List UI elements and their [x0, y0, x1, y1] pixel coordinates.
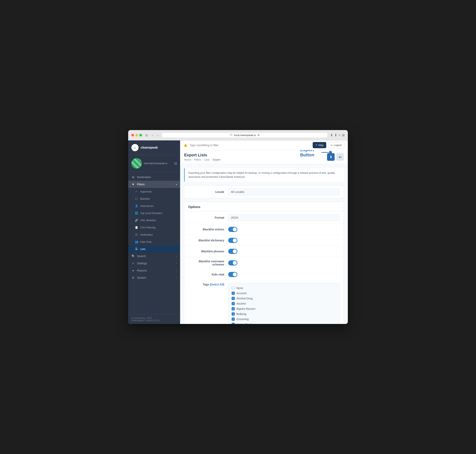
- tag-checkbox-none[interactable]: [232, 287, 235, 290]
- select-all-link[interactable]: Select All: [211, 283, 223, 286]
- new-tab-button[interactable]: +: [339, 133, 340, 137]
- sidebar-item-label: URL Whitelist: [140, 219, 156, 222]
- help-label: Help: [318, 144, 323, 147]
- blacklist-phrases-row: Blacklist phrases: [184, 246, 344, 257]
- toggle-slider: [228, 249, 237, 254]
- lists-icon: ☰: [135, 247, 138, 250]
- tag-label-grooming: Grooming: [236, 318, 249, 321]
- tag-label-alcohol-drug: Alcohol-Drug: [236, 297, 253, 300]
- tag-checkbox-grooming[interactable]: ✓: [232, 318, 235, 321]
- admin-email: admin@cleanspeak.io: [144, 162, 167, 165]
- sidebar-item-reports[interactable]: ● Reports ‹: [128, 267, 180, 274]
- logout-button[interactable]: ⎋ Logout: [328, 142, 345, 148]
- tags-label: Tags (Select All): [188, 283, 228, 286]
- blacklist-phrases-toggle[interactable]: [228, 249, 237, 254]
- kids-chat-control: [228, 272, 340, 277]
- top-navbar: 👍 ? Help ⎋ Logout: [180, 140, 348, 150]
- sidebar-item-label: Top Level Domains: [140, 212, 162, 215]
- tag-checkbox-asciiart[interactable]: ✓: [232, 302, 235, 305]
- blacklist-phrases-label: Blacklist phrases: [188, 250, 228, 253]
- blacklist-username-toggle[interactable]: [228, 260, 237, 265]
- user-menu-icon[interactable]: ⊟: [174, 162, 177, 165]
- format-select[interactable]: JSON XML CSV: [228, 214, 340, 221]
- toggle-knob: [233, 238, 237, 242]
- tag-checkbox-alcohol-drug[interactable]: ✓: [232, 297, 235, 300]
- page-header-actions: Export Button ⬇: [327, 153, 344, 161]
- sidebar-toggle-button[interactable]: ⊟: [144, 133, 149, 137]
- close-button[interactable]: [131, 134, 134, 136]
- sidebar-item-label: Moderation: [137, 175, 151, 179]
- maximize-button[interactable]: [139, 134, 142, 136]
- tag-checkbox-account[interactable]: ✓: [232, 292, 235, 295]
- options-title: Options: [184, 202, 344, 212]
- expand-icon: ‹: [176, 270, 177, 272]
- help-button[interactable]: ? Help: [313, 142, 326, 148]
- blacklist-entries-control: [228, 227, 340, 232]
- toggle-knob: [233, 249, 237, 253]
- tag-label-account: Account: [236, 292, 247, 295]
- content-panel: Exporting your filter configuration may …: [180, 164, 348, 324]
- blacklist-entries-row: Blacklist entries: [184, 224, 344, 235]
- logout-icon: ⎋: [331, 144, 332, 147]
- filter-input[interactable]: [190, 144, 310, 147]
- sidebar-item-settings[interactable]: ≡ Settings ‹: [128, 260, 180, 267]
- expand-icon: ‹: [176, 262, 177, 265]
- blacklist-dictionary-toggle[interactable]: [228, 238, 237, 243]
- blacklist-entries-toggle[interactable]: [228, 227, 237, 232]
- locale-select[interactable]: All Locales English Spanish: [228, 189, 340, 195]
- sidebar-item-kids-chat[interactable]: 👥 Kids Chat: [128, 238, 180, 245]
- tag-checkbox-bigotry-racism[interactable]: ✓: [232, 307, 235, 310]
- back-icon: ↩: [339, 155, 341, 159]
- sidebar-item-url-whitelist[interactable]: 🔗 URL Whitelist: [128, 217, 180, 224]
- breadcrumb-home[interactable]: Home: [184, 158, 191, 161]
- export-button[interactable]: ⬇: [327, 153, 335, 161]
- address-bar[interactable]: 🛡 local.cleanspeak.io ↻: [162, 132, 328, 138]
- sidebar-item-label: Reports: [137, 269, 147, 272]
- blacklist-username-label: Blacklist username schemes: [188, 260, 228, 266]
- breadcrumb-filters[interactable]: Filters: [194, 158, 201, 161]
- help-icon: ?: [315, 144, 317, 147]
- sidebar-navigation: ⊞ Moderation ▼ Filters ▾ ✓ Approvals ☐ B…: [128, 172, 180, 314]
- sidebar-item-blacklist[interactable]: ☐ Blacklist: [128, 195, 180, 202]
- extensions-button[interactable]: ⊞: [342, 133, 345, 137]
- sidebar-item-csv-filtering[interactable]: 📋 CSV Filtering: [128, 224, 180, 231]
- tag-checkbox-bullying[interactable]: ✓: [232, 312, 235, 316]
- sidebar-item-lists[interactable]: ☰ Lists: [128, 245, 180, 253]
- kids-chat-toggle[interactable]: [228, 272, 237, 277]
- toggle-slider: [228, 260, 237, 265]
- sidebar-item-usernames[interactable]: 👤 Usernames: [128, 202, 180, 209]
- sidebar-item-search[interactable]: 🔍 Search ‹: [128, 253, 180, 260]
- filter-icon: 👍: [183, 143, 187, 147]
- sidebar-item-tld[interactable]: 🌐 Top Level Domains: [128, 209, 180, 217]
- sidebar-item-filters[interactable]: ▼ Filters ▾: [128, 181, 180, 188]
- annotation-text: Export Button: [300, 150, 320, 158]
- minimize-button[interactable]: [135, 134, 138, 136]
- breadcrumb-lists[interactable]: Lists: [204, 158, 210, 161]
- tag-label-harm-abuse: Harm-Abuse: [236, 323, 252, 324]
- tag-item-asciiart: ✓AsciiArt: [231, 301, 337, 306]
- toggle-slider: [228, 272, 237, 277]
- blacklist-icon: ☐: [135, 197, 138, 200]
- sidebar-item-moderation[interactable]: ⊞ Moderation: [128, 174, 180, 181]
- content-scroll: Export Lists Home / Filters / Lists / Ex…: [180, 150, 348, 324]
- sidebar-item-verification[interactable]: ☑ Verification: [128, 231, 180, 238]
- download-button[interactable]: ⬇: [330, 133, 333, 137]
- share-button[interactable]: ⬆: [335, 133, 337, 137]
- sidebar-logo: ○ cleanspeak: [128, 140, 180, 155]
- url-whitelist-icon: 🔗: [135, 219, 138, 222]
- security-icon: 🛡: [230, 134, 232, 137]
- sidebar-item-system[interactable]: 🖥 System ‹: [128, 274, 180, 281]
- browser-titlebar: ⊟ ‹ › 🛡 local.cleanspeak.io ↻ ⬇ ⬆ + ⊞: [128, 130, 348, 140]
- sidebar-item-approvals[interactable]: ✓ Approvals: [128, 188, 180, 195]
- forward-nav-button[interactable]: ›: [156, 133, 160, 137]
- locale-section: Locale All Locales English Spanish: [184, 186, 344, 198]
- expand-icon: ▾: [176, 183, 177, 186]
- kids-chat-row: Kids chat: [184, 269, 344, 280]
- tag-item-harm-abuse: ✓Harm-Abuse: [231, 322, 337, 324]
- back-nav-button[interactable]: ‹: [151, 133, 154, 137]
- sidebar-item-label: Usernames: [140, 204, 153, 207]
- blacklist-username-row: Blacklist username schemes: [184, 257, 344, 269]
- tag-checkbox-harm-abuse[interactable]: ✓: [232, 323, 235, 324]
- back-button[interactable]: ↩: [336, 153, 344, 161]
- verification-icon: ☑: [135, 233, 138, 236]
